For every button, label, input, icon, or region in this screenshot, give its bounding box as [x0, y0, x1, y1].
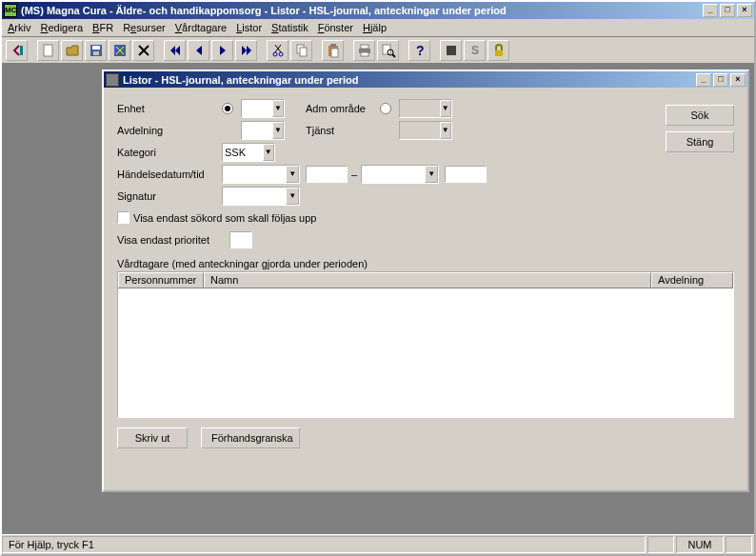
signatur-input[interactable]: [223, 188, 286, 205]
radio-enhet[interactable]: [222, 103, 233, 114]
lock-icon: [491, 43, 507, 58]
combo-signatur[interactable]: ▼: [222, 187, 300, 206]
toolbar-s[interactable]: S: [464, 40, 486, 61]
open-icon: [65, 43, 80, 58]
column-avdelning[interactable]: Avdelning: [651, 272, 733, 288]
time-from-field[interactable]: [306, 166, 348, 183]
dialog-title-text: Listor - HSL-journal, anteckningar under…: [123, 74, 694, 86]
label-visa-sokord: Visa endast sökord som skall följas upp: [133, 212, 316, 224]
toolbar-prev[interactable]: [188, 40, 209, 61]
main-window: MC (MS) Magna Cura - Äldre- och handikap…: [0, 0, 756, 556]
combo-avdelning-input[interactable]: [242, 122, 272, 139]
dialog-maximize-button[interactable]: □: [713, 73, 728, 87]
toolbar-new[interactable]: [37, 40, 59, 61]
toolbar-print-preview[interactable]: [377, 40, 399, 61]
chevron-down-icon[interactable]: ▼: [425, 166, 438, 183]
stop-icon: [444, 43, 459, 58]
toolbar-save[interactable]: [85, 40, 107, 61]
chevron-down-icon[interactable]: ▼: [263, 144, 275, 161]
toolbar-delete[interactable]: [132, 40, 154, 61]
dialog-body: Sök Stäng Enhet ▼ Adm område ▼: [104, 88, 747, 490]
dialog-titlebar: Listor - HSL-journal, anteckningar under…: [104, 71, 747, 88]
svg-rect-34: [495, 50, 503, 56]
column-namn[interactable]: Namn: [204, 272, 651, 288]
toolbar-last[interactable]: [235, 40, 257, 61]
svg-marker-15: [247, 46, 251, 55]
dialog-minimize-button[interactable]: _: [696, 73, 711, 87]
mdi-area: Listor - HSL-journal, anteckningar under…: [2, 64, 754, 534]
minimize-button[interactable]: _: [703, 4, 718, 17]
menu-vardtagare[interactable]: Vårdtagare: [175, 22, 227, 33]
time-to-input[interactable]: [446, 167, 486, 182]
combo-kategori[interactable]: ▼: [222, 143, 275, 162]
toolbar-open[interactable]: [61, 40, 83, 61]
chevron-down-icon[interactable]: ▼: [286, 166, 299, 183]
toolbar-first[interactable]: [164, 40, 186, 61]
results-table: Personnummer Namn Avdelning: [117, 271, 734, 418]
combo-kategori-input[interactable]: [223, 144, 263, 161]
menu-redigera[interactable]: Redigera: [40, 22, 83, 33]
toolbar-print[interactable]: [353, 40, 375, 61]
menu-statistik[interactable]: Statistik: [271, 22, 308, 33]
toolbar-cut[interactable]: [267, 40, 288, 61]
toolbar-paste[interactable]: [322, 40, 344, 61]
print-icon: [357, 43, 372, 58]
combo-tjanst[interactable]: ▼: [399, 121, 452, 140]
label-kategori: Kategori: [117, 147, 222, 158]
cut-ext-icon: [112, 43, 128, 58]
time-to-field[interactable]: [445, 166, 487, 183]
combo-adm-omrade-input: [400, 100, 440, 117]
date-from-input[interactable]: [223, 166, 286, 183]
toolbar-cut-ext[interactable]: [109, 40, 130, 61]
combo-date-to[interactable]: ▼: [361, 165, 439, 184]
search-button[interactable]: Sök: [666, 105, 734, 126]
svg-rect-4: [93, 51, 99, 55]
menu-hjalp[interactable]: Hjälp: [363, 22, 387, 33]
s-button-icon: S: [468, 43, 483, 58]
combo-enhet-input[interactable]: [242, 100, 272, 117]
toolbar-next[interactable]: [211, 40, 233, 61]
chevron-down-icon[interactable]: ▼: [440, 122, 452, 139]
chevron-down-icon[interactable]: ▼: [272, 122, 284, 139]
column-personnummer[interactable]: Personnummer: [118, 272, 204, 288]
last-icon: [239, 43, 254, 58]
menu-fonster[interactable]: Fönster: [318, 22, 353, 33]
menu-resurser[interactable]: Resurser: [123, 22, 166, 33]
date-to-input[interactable]: [362, 166, 425, 183]
radio-adm-omrade[interactable]: [380, 103, 391, 114]
combo-enhet[interactable]: ▼: [241, 99, 285, 118]
close-button[interactable]: ×: [737, 4, 752, 17]
status-pane-1: [647, 536, 674, 553]
svg-rect-0: [20, 46, 23, 55]
close-dialog-button[interactable]: Stäng: [666, 131, 734, 152]
prioritet-field[interactable]: [229, 231, 252, 248]
toolbar-lock[interactable]: [487, 40, 509, 61]
chevron-down-icon[interactable]: ▼: [272, 100, 284, 117]
combo-adm-omrade[interactable]: ▼: [399, 99, 452, 118]
checkbox-visa-sokord[interactable]: [117, 211, 129, 224]
date-separator: –: [348, 169, 361, 180]
menu-bfr[interactable]: BFR: [92, 22, 113, 33]
toolbar-help[interactable]: ?: [408, 40, 430, 61]
toolbar-back-root[interactable]: [6, 40, 28, 61]
menubar: Arkiv Redigera BFR Resurser Vårdtagare L…: [2, 19, 754, 37]
svg-rect-1: [44, 45, 52, 56]
preview-button[interactable]: Förhandsgranska: [201, 427, 300, 448]
chevron-down-icon[interactable]: ▼: [440, 100, 452, 117]
toolbar-stop[interactable]: [440, 40, 462, 61]
dialog-close-button[interactable]: ×: [730, 73, 746, 87]
time-from-input[interactable]: [307, 167, 347, 182]
svg-marker-13: [220, 46, 226, 55]
section-title: Vårdtagare (med anteckningar gjorda unde…: [117, 258, 734, 269]
prioritet-input[interactable]: [230, 232, 251, 248]
help-icon: ?: [412, 43, 428, 58]
menu-arkiv[interactable]: Arkiv: [8, 22, 30, 33]
maximize-button[interactable]: □: [720, 4, 735, 17]
toolbar-copy[interactable]: [290, 40, 312, 61]
combo-avdelning[interactable]: ▼: [241, 121, 285, 140]
menu-listor[interactable]: Listor: [236, 22, 262, 33]
combo-date-from[interactable]: ▼: [222, 165, 300, 184]
label-enhet: Enhet: [117, 103, 222, 114]
chevron-down-icon[interactable]: ▼: [286, 188, 299, 205]
print-button[interactable]: Skriv ut: [117, 427, 188, 448]
